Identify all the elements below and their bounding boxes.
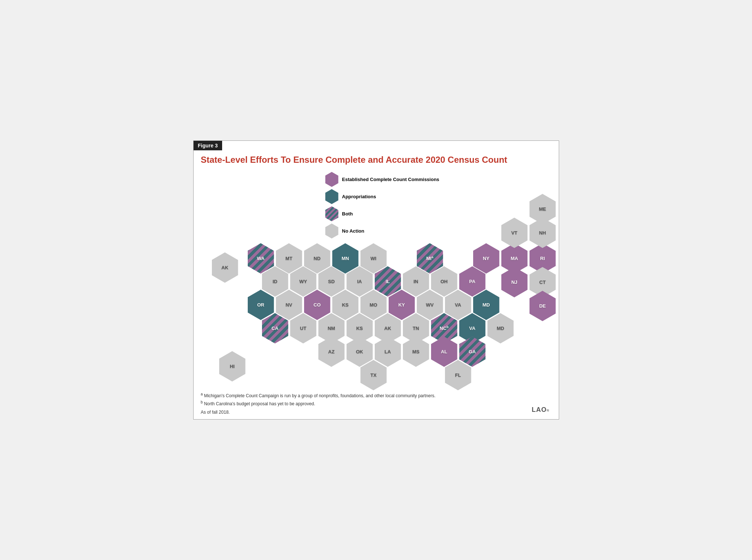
legend-icon-appropriations <box>325 189 338 204</box>
state-TX: TX <box>360 360 387 390</box>
footnote-b: b North Carolina's budget proposal has y… <box>201 399 551 407</box>
figure-label: Figure 3 <box>194 141 222 150</box>
state-VT: VT <box>501 218 528 248</box>
legend-label-appropriations: Appropriations <box>342 194 376 199</box>
footnote-as-of: As of fall 2018. <box>201 409 551 416</box>
content-area: Established Complete Count Commissions A… <box>194 172 559 388</box>
legend-label-both: Both <box>342 211 353 217</box>
state-NJ: NJ <box>501 267 528 297</box>
legend-item-both: Both <box>325 206 439 221</box>
legend-icon-both <box>325 206 338 221</box>
legend-icon-no-action <box>325 223 338 238</box>
state-AK: AK <box>212 252 238 283</box>
legend-label-established: Established Complete Count Commissions <box>342 177 439 182</box>
state-MS: MS <box>403 337 429 367</box>
state-UT: UT <box>290 313 317 343</box>
legend-item-no-action: No Action <box>325 223 439 238</box>
state-CA: CA <box>262 313 288 343</box>
state-MD2: MD <box>487 313 514 343</box>
lao-logo: LAO≈ <box>532 406 550 414</box>
state-HI: HI <box>219 351 246 382</box>
state-DE: DE <box>530 291 556 321</box>
state-NH: NH <box>530 218 556 248</box>
figure-title: State-Level Efforts To Ensure Complete a… <box>194 150 559 168</box>
legend-label-no-action: No Action <box>342 228 364 234</box>
legend-item-established: Established Complete Count Commissions <box>325 172 439 187</box>
state-FL: FL <box>445 360 471 390</box>
footnote-a: a Michigan's Complete Count Campaign is … <box>201 391 551 399</box>
legend-item-appropriations: Appropriations <box>325 189 439 204</box>
footnotes: a Michigan's Complete Count Campaign is … <box>194 388 559 419</box>
state-AZ: AZ <box>318 337 345 367</box>
legend: Established Complete Count Commissions A… <box>325 172 439 238</box>
figure-container: Figure 3 State-Level Efforts To Ensure C… <box>193 140 559 419</box>
legend-icon-established <box>325 172 338 187</box>
